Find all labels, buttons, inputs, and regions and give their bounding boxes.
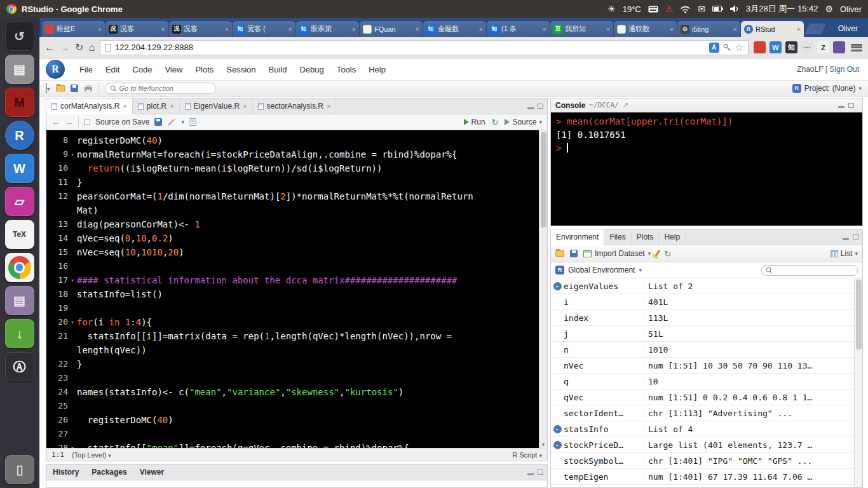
fold-arrow-icon[interactable]: ▾ (68, 441, 77, 448)
refresh-icon[interactable]: ↻ (664, 249, 671, 259)
environment-row[interactable]: q10 (551, 374, 854, 390)
code-line[interactable]: 21 statsInfo[[i]]=matrix(data = rep(1,le… (46, 329, 547, 343)
bookmark-star-icon[interactable]: ☆ (735, 42, 743, 53)
code-line[interactable]: 22} (46, 357, 547, 371)
new-tab-button[interactable] (804, 24, 826, 34)
environment-row[interactable]: sectorIdent…chr [1:113] "Advertising" ..… (551, 405, 854, 421)
code-line[interactable]: 20▾for(i in 1:4){ (46, 315, 547, 329)
tab-close-icon[interactable]: × (543, 25, 546, 33)
chrome-icon[interactable] (5, 253, 34, 282)
code-line[interactable]: 16 (46, 259, 547, 273)
tab-close-icon[interactable]: × (352, 25, 356, 33)
menu-debug[interactable]: Debug (294, 62, 329, 77)
tab-environment[interactable]: Environment (551, 229, 604, 245)
tab-close-icon[interactable]: × (288, 25, 292, 33)
editor-scroll-thumb[interactable] (541, 132, 546, 227)
browser-tab[interactable]: ⚙i5ting× (677, 21, 740, 37)
print-icon[interactable] (84, 85, 93, 92)
expand-arrow-icon[interactable]: ▸ (553, 282, 562, 290)
code-line[interactable]: 25 (46, 399, 547, 413)
tab-close-icon[interactable]: × (733, 25, 737, 33)
clear-objects-icon[interactable] (654, 250, 660, 257)
extension-icon-3[interactable]: 知 (785, 41, 797, 53)
browser-tab[interactable]: 知金融数× (423, 21, 486, 37)
mail-app-icon[interactable]: M (5, 88, 34, 117)
code-line[interactable]: length(qVec)) (46, 343, 547, 357)
browser-tab[interactable]: 知(1 条× (487, 21, 550, 37)
compile-notebook-icon[interactable] (189, 118, 197, 126)
menu-build[interactable]: Build (263, 62, 293, 77)
tab-close-icon[interactable]: × (161, 25, 165, 33)
magic-wand-icon[interactable] (167, 118, 176, 126)
wifi-icon[interactable] (680, 5, 691, 13)
browser-tab[interactable]: 豆我所知× (550, 21, 613, 37)
battery-icon[interactable] (712, 6, 723, 12)
code-line[interactable]: 24names(statsInfo)<- c("mean","variance"… (46, 385, 547, 399)
tab-close-icon[interactable]: × (416, 25, 419, 33)
browser-tab[interactable]: 知宽客 (× (233, 21, 295, 37)
load-workspace-icon[interactable] (555, 250, 564, 257)
save-all-icon[interactable] (71, 85, 78, 92)
environment-row[interactable]: nVecnum [1:51] 10 30 50 70 90 110 13… (551, 358, 854, 374)
mail-icon[interactable]: ✉ (698, 4, 705, 13)
extension-icon-2[interactable]: W (770, 41, 782, 53)
code-line[interactable]: Mat) (46, 203, 547, 217)
tab-close-icon[interactable]: × (797, 25, 801, 33)
environment-row[interactable]: stockSymbol…chr [1:401] "IPG" "OMC" "GPS… (551, 453, 854, 469)
project-selector[interactable]: R Project: (None) ▾ (792, 84, 862, 93)
environment-row[interactable]: i401L (551, 294, 854, 310)
tab-close-icon[interactable]: × (225, 25, 229, 33)
environment-scrollbar[interactable] (854, 278, 862, 487)
maximize-icon[interactable] (853, 234, 858, 240)
expand-arrow-icon[interactable]: ▸ (553, 425, 562, 433)
new-file-button[interactable]: ▾ (46, 84, 50, 93)
extension-icon-5[interactable]: Z (817, 41, 829, 53)
list-view-label[interactable]: List (841, 249, 853, 258)
open-file-icon[interactable] (56, 85, 65, 92)
save-workspace-icon[interactable] (570, 250, 578, 257)
tab-history[interactable]: History (46, 464, 85, 480)
browser-tab[interactable]: 通联数× (614, 21, 677, 37)
environment-row[interactable]: ▸statsInfoList of 4 (551, 421, 854, 437)
menu-file[interactable]: File (74, 62, 98, 77)
tab-close-icon[interactable]: × (98, 25, 102, 33)
source-tab[interactable]: sectorAnalysis.R× (253, 98, 337, 114)
environment-search-box[interactable] (761, 265, 858, 276)
environment-row[interactable]: index113L (551, 310, 854, 326)
code-line[interactable]: 28▾ statsInfo[["mean"]]=foreach(q=qVec,.… (46, 441, 547, 448)
keyboard-icon[interactable] (648, 6, 658, 13)
source-tab[interactable]: plot.R× (133, 98, 180, 114)
extension-icon-4[interactable]: ⋯ (801, 41, 813, 53)
tab-files[interactable]: Files (604, 229, 631, 245)
code-line[interactable]: 10 return((i$logReturn-mean(i$logReturn)… (46, 161, 547, 175)
app-a-icon[interactable]: Ⓐ (5, 352, 34, 381)
environment-row[interactable]: ▸eigenValuesList of 2 (551, 278, 854, 294)
environment-search-input[interactable] (775, 266, 853, 274)
environment-scroll-thumb[interactable] (856, 280, 862, 349)
file-type-selector[interactable]: R Script ▾ (512, 451, 542, 459)
code-line[interactable]: 17▾#### statistical information about th… (46, 273, 547, 287)
menu-edit[interactable]: Edit (100, 62, 125, 77)
back-button[interactable]: ← (44, 43, 55, 53)
menu-tools[interactable]: Tools (331, 62, 362, 77)
console-popout-icon[interactable]: ↗ (623, 101, 628, 109)
menu-session[interactable]: Session (220, 62, 261, 77)
minimize-icon[interactable] (843, 238, 849, 240)
source-on-save-checkbox[interactable] (84, 119, 90, 125)
menu-plots[interactable]: Plots (189, 62, 219, 77)
environment-scope-selector[interactable]: Global Environment (568, 266, 635, 274)
maximize-icon[interactable] (538, 104, 543, 109)
address-bar[interactable]: A ☆ (100, 40, 749, 55)
browser-tab[interactable]: 况况客× (105, 21, 168, 37)
rstudio-icon[interactable]: R (5, 121, 34, 150)
browser-tab[interactable]: RRStud× (741, 21, 804, 37)
code-line[interactable]: 9▾normalReturnMat=foreach(i=stockPriceDa… (46, 147, 547, 161)
code-line[interactable]: 12pearsonCorMat=(1/dim(normalReturnMat)[… (46, 189, 547, 203)
environment-row[interactable]: qVecnum [1:51] 0 0.2 0.4 0.6 0.8 1 1… (551, 390, 854, 405)
editor-scroll-down-icon[interactable]: ▾ (539, 442, 547, 447)
rerun-icon[interactable]: ↻ (492, 118, 499, 127)
code-line[interactable]: 14qVec=seq(0,10,0.2) (46, 231, 547, 245)
run-button[interactable]: Run (464, 118, 485, 126)
home-button[interactable]: ⌂ (88, 43, 95, 53)
source-tab[interactable]: EigenValue.R× (180, 98, 253, 114)
